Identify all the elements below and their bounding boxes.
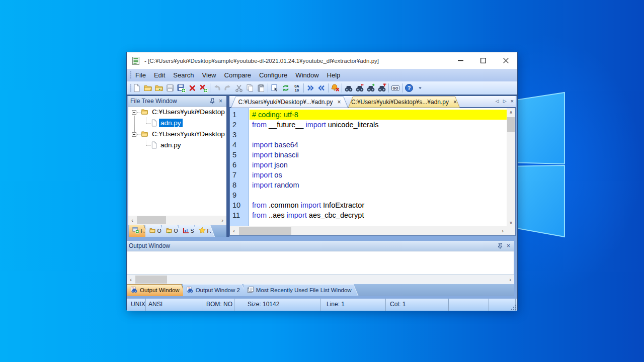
toolbar-overflow-icon[interactable] (415, 82, 426, 94)
save-file-add-icon[interactable] (176, 82, 187, 94)
menu-search[interactable]: Search (169, 69, 198, 81)
scroll-thumb[interactable] (137, 216, 166, 224)
output-tab[interactable]: Output Window 2 (183, 284, 247, 296)
code-lines[interactable]: # coding: utf-8from __future__ import un… (250, 108, 507, 227)
scroll-left-icon[interactable]: ‹ (128, 216, 136, 225)
output-tab[interactable]: Most Recently Used File List Window (244, 284, 359, 296)
tab-scroll-right-icon[interactable]: ▷ (503, 99, 507, 104)
tree-node-folder[interactable]: C:¥Users¥yuki¥Desktop (128, 129, 226, 140)
output-close-icon[interactable]: × (504, 242, 513, 250)
output-binoculars-icon (130, 286, 138, 295)
menu-help[interactable]: Help (323, 69, 345, 81)
menu-edit[interactable]: Edit (150, 69, 169, 81)
go-button-icon[interactable]: GO (390, 82, 401, 94)
scrollbar-corner (507, 227, 515, 235)
replace-arrows-icon[interactable] (280, 82, 291, 94)
close-file-icon[interactable] (187, 82, 198, 94)
tree-expander-icon[interactable] (132, 132, 136, 137)
code-line (250, 130, 507, 140)
file-icon (151, 119, 157, 128)
toolbar-separator (303, 83, 304, 93)
tree-node-file[interactable]: adn.py (128, 118, 226, 129)
toolbar-separator (328, 83, 329, 93)
grep-binoculars-icon[interactable] (343, 82, 354, 94)
code-line: from __future__ import unicode_literals (250, 120, 507, 130)
menu-file[interactable]: File (131, 69, 150, 81)
paste-clipboard-icon[interactable] (256, 82, 267, 94)
close-all-files-icon[interactable] (198, 82, 209, 94)
output-content[interactable] (127, 251, 514, 275)
menu-view[interactable]: View (198, 69, 220, 81)
close-button[interactable] (495, 52, 517, 69)
line-number: 1 (232, 110, 236, 120)
output-tab[interactable]: Output Window (127, 284, 187, 296)
scroll-thumb[interactable] (239, 227, 291, 235)
editor-tab-close-icon[interactable]: × (453, 99, 457, 106)
tree-node-folder[interactable]: C:¥Users¥yuki¥Desktop (128, 107, 226, 118)
scroll-down-icon[interactable]: ∨ (507, 219, 515, 227)
editor-hscrollbar[interactable]: ‹ › (230, 226, 507, 235)
menu-configure[interactable]: Configure (255, 69, 291, 81)
mru-list-icon (247, 286, 254, 295)
help-circle-icon[interactable]: ? (404, 82, 415, 94)
resize-grip[interactable] (510, 304, 516, 310)
open-folder-icon[interactable] (142, 82, 153, 94)
open-folder-import-icon[interactable] (153, 82, 165, 94)
code-token: import (252, 141, 272, 149)
editor-tab-label: C:¥Users¥yuki¥Desktop¥s...¥adn.py (351, 99, 449, 106)
scroll-right-icon[interactable]: › (499, 226, 507, 235)
pin-icon[interactable] (496, 242, 504, 250)
menu-window[interactable]: Window (291, 69, 323, 81)
status-eol-mode: UNIX (128, 299, 146, 311)
scroll-thumb[interactable] (507, 117, 515, 132)
scroll-left-icon[interactable]: ‹ (127, 275, 135, 284)
redo-icon[interactable] (222, 82, 233, 94)
file-tree-tab-f[interactable]: F. (195, 225, 215, 237)
file-icon (151, 141, 157, 150)
alert-bell-icon[interactable] (330, 82, 341, 94)
scroll-right-icon[interactable]: › (218, 216, 226, 225)
editor-tab-close-icon[interactable]: × (338, 99, 341, 106)
tab-scroll-left-icon[interactable]: ◁ (496, 99, 499, 104)
output-hscrollbar[interactable]: ‹ › (127, 275, 514, 284)
undo-icon[interactable] (211, 82, 222, 94)
code-line (250, 190, 507, 200)
tree-connector (134, 116, 135, 132)
output-tab-label: Output Window 2 (196, 287, 240, 293)
tree-node-file[interactable]: adn.py (128, 140, 226, 151)
compare-prev-icon[interactable] (316, 82, 327, 94)
new-file-icon[interactable] (131, 82, 142, 94)
editor-panel: ◁ ▷ × C:¥Users¥yuki¥Desktop¥...¥adn.py×C… (229, 96, 516, 237)
copy-pages-icon[interactable] (245, 82, 256, 94)
editor-tab[interactable]: C:¥Users¥yuki¥Desktop¥...¥adn.py× (231, 97, 348, 108)
code-line: # coding: utf-8 (250, 110, 507, 120)
scroll-up-icon[interactable]: ∧ (507, 108, 515, 116)
main-area: File Tree Window × C:¥Users¥yuki¥Desktop… (127, 96, 517, 241)
tab-close-icon[interactable]: × (511, 98, 514, 104)
code-token: ..aes (267, 211, 287, 219)
tree-connector (137, 112, 140, 113)
status-encoding: ANSI (146, 299, 202, 311)
grep-binoculars-green-icon[interactable] (365, 82, 376, 94)
tree-expander-icon[interactable] (132, 110, 136, 115)
file-tree-hscrollbar[interactable]: ‹ › (128, 216, 226, 225)
scroll-left-icon[interactable]: ‹ (230, 226, 238, 235)
cut-scissors-icon[interactable] (233, 82, 245, 94)
tree-node-label: adn.py (159, 119, 183, 127)
encoding-0a10-icon[interactable]: 0A10 (291, 82, 302, 94)
pin-icon[interactable] (208, 97, 216, 106)
maximize-button[interactable] (472, 52, 495, 69)
scroll-right-icon[interactable]: › (506, 275, 514, 284)
scroll-thumb[interactable] (135, 276, 167, 284)
save-file-icon[interactable] (165, 82, 176, 94)
compare-next-icon[interactable] (305, 82, 316, 94)
editor-tab[interactable]: C:¥Users¥yuki¥Desktop¥s...¥adn.py× (348, 97, 460, 108)
minimize-button[interactable] (449, 52, 472, 69)
menu-compare[interactable]: Compare (220, 69, 255, 81)
grep-binoculars-stop-icon[interactable] (376, 82, 387, 94)
toolbar-separator (210, 83, 210, 93)
grep-binoculars-red-icon[interactable] (354, 82, 365, 94)
editor-vscrollbar[interactable]: ∧ ∨ (507, 108, 515, 227)
file-tree-close-icon[interactable]: × (216, 97, 225, 106)
find-select-icon[interactable] (269, 82, 280, 94)
